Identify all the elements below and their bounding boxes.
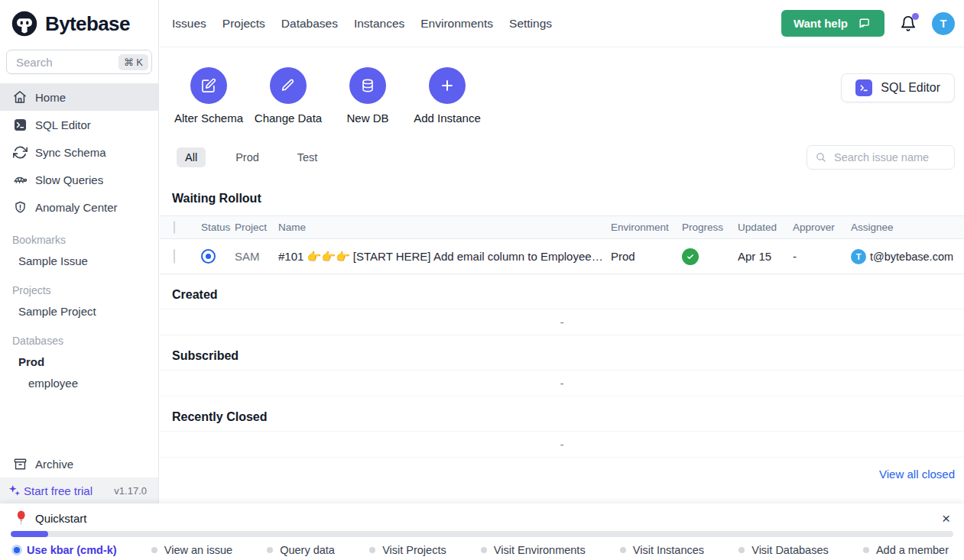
tab-test[interactable]: Test: [289, 147, 326, 167]
row-checkbox[interactable]: [174, 249, 175, 264]
quickstart-progress-fill: [11, 531, 48, 537]
add-instance-button[interactable]: [429, 67, 466, 104]
terminal-icon: [12, 117, 28, 132]
topnav-item-issues[interactable]: Issues: [172, 17, 206, 31]
nav-label: Archive: [35, 458, 73, 471]
issue-approver: -: [793, 250, 851, 263]
issue-project: SAM: [235, 250, 278, 263]
step-label: Add a member: [876, 544, 949, 556]
close-icon[interactable]: ×: [942, 511, 950, 526]
sidebar: Bytebase ⌘ K Home: [0, 0, 159, 503]
topnav-item-environments[interactable]: Environments: [420, 17, 493, 31]
bytebase-logo-icon: [11, 10, 38, 37]
terminal-icon: [855, 79, 872, 96]
nav-label: Anomaly Center: [35, 201, 118, 214]
topnav-item-instances[interactable]: Instances: [354, 17, 404, 31]
notification-dot: [912, 13, 919, 20]
user-avatar[interactable]: T: [932, 12, 955, 35]
step-label: Visit Instances: [633, 544, 704, 556]
assignee-avatar: T: [851, 249, 866, 264]
step-dot-icon: [267, 547, 273, 553]
balloon-icon: [15, 510, 28, 526]
view-all-closed-link[interactable]: View all closed: [879, 468, 955, 481]
database-env-prod[interactable]: Prod: [0, 351, 158, 372]
step-label: Visit Environments: [494, 544, 586, 556]
issue-row[interactable]: SAM #101 👉👉👉 [START HERE] Add email colu…: [160, 239, 964, 274]
sql-editor-button[interactable]: SQL Editor: [841, 73, 955, 102]
sidebar-item-sql-editor[interactable]: SQL Editor: [0, 111, 158, 138]
step-label: View an issue: [164, 544, 232, 556]
tab-all[interactable]: All: [177, 147, 206, 167]
shield-alert-icon: [12, 199, 28, 215]
sparkles-icon: [8, 484, 21, 497]
quickstart-step-visit-projects[interactable]: Visit Projects: [369, 544, 446, 556]
col-status: Status: [201, 222, 235, 233]
nav-label: Sync Schema: [35, 146, 106, 159]
quickstart-step-visit-instances[interactable]: Visit Instances: [620, 544, 704, 556]
pencil-icon: [280, 77, 297, 94]
quickstart-bar: Quickstart × Use kbar (cmd-k) View an is…: [0, 503, 964, 560]
assignee-email: t@bytebase.com: [870, 251, 953, 263]
brand-logo[interactable]: Bytebase: [0, 0, 158, 47]
want-help-button[interactable]: Want help: [781, 10, 884, 37]
topnav-item-databases[interactable]: Databases: [281, 17, 338, 31]
quickstart-progress-track: [11, 531, 953, 537]
topnav-item-settings[interactable]: Settings: [509, 17, 552, 31]
select-all-checkbox[interactable]: [174, 221, 175, 234]
quick-action-label: Alter Schema: [174, 112, 243, 125]
alter-schema-button[interactable]: [190, 67, 227, 104]
issue-table: Status Project Name Environment Progress…: [160, 215, 964, 274]
bookmark-item-sample-issue[interactable]: Sample Issue: [0, 250, 158, 271]
created-heading: Created: [172, 288, 964, 302]
quick-action-label: Add Instance: [414, 112, 481, 125]
notifications-button[interactable]: [899, 15, 917, 33]
status-in-progress-icon: [201, 249, 216, 264]
project-item-sample-project[interactable]: Sample Project: [0, 300, 158, 322]
nav-label: SQL Editor: [35, 118, 91, 131]
step-dot-icon: [863, 547, 869, 553]
quickstart-steps: Use kbar (cmd-k) View an issue Query dat…: [0, 537, 964, 556]
quick-action-alter-schema: Alter Schema: [169, 67, 248, 125]
tab-prod[interactable]: Prod: [227, 147, 268, 167]
sidebar-item-anomaly-center[interactable]: Anomaly Center: [0, 193, 158, 221]
progress-done-icon: [682, 248, 699, 265]
global-search-box[interactable]: ⌘ K: [6, 50, 152, 74]
database-item-employee[interactable]: employee: [0, 372, 158, 393]
quick-action-label: New DB: [346, 112, 388, 125]
col-updated: Updated: [738, 222, 793, 233]
sidebar-item-archive[interactable]: Archive: [0, 450, 158, 477]
step-label: Visit Projects: [382, 544, 446, 556]
new-db-button[interactable]: [349, 67, 386, 104]
projects-section: Projects Sample Project: [0, 280, 158, 322]
subscribed-heading: Subscribed: [172, 349, 964, 363]
sidebar-item-home[interactable]: Home: [0, 83, 158, 111]
chat-bubble-icon: [856, 15, 872, 31]
sidebar-item-slow-queries[interactable]: Slow Queries: [0, 166, 158, 193]
recently-closed-empty-row: -: [160, 431, 964, 458]
waiting-rollout-heading: Waiting Rollout: [172, 192, 964, 206]
global-search-input[interactable]: [15, 55, 118, 70]
nav-label: Home: [35, 91, 66, 104]
topnav-item-projects[interactable]: Projects: [222, 17, 265, 31]
issue-environment: Prod: [611, 250, 682, 263]
plus-icon: [439, 77, 456, 94]
issue-name-link[interactable]: #101 👉👉👉 [START HERE] Add email column t…: [278, 250, 611, 264]
change-data-button[interactable]: [270, 67, 307, 104]
quick-action-change-data: Change Data: [248, 67, 328, 125]
quickstart-step-view-an-issue[interactable]: View an issue: [151, 544, 232, 556]
sidebar-footer: Start free trial v1.17.0: [0, 477, 158, 503]
start-free-trial-button[interactable]: Start free trial: [8, 484, 93, 497]
issue-search-input[interactable]: [833, 151, 946, 164]
step-dot-icon: [738, 547, 745, 553]
sidebar-spacer: [0, 393, 158, 450]
quickstart-step-visit-databases[interactable]: Visit Databases: [738, 544, 828, 556]
quickstart-header: Quickstart ×: [0, 503, 964, 526]
step-dot-icon: [14, 547, 20, 553]
issue-search-box[interactable]: [807, 145, 955, 170]
quickstart-step-query-data[interactable]: Query data: [267, 544, 335, 556]
sidebar-item-sync-schema[interactable]: Sync Schema: [0, 138, 158, 166]
bookmarks-title: Bookmarks: [0, 230, 158, 250]
quickstart-step-use-kbar[interactable]: Use kbar (cmd-k): [14, 544, 117, 556]
quickstart-step-add-a-member[interactable]: Add a member: [863, 544, 949, 556]
quickstart-step-visit-environments[interactable]: Visit Environments: [481, 544, 586, 556]
